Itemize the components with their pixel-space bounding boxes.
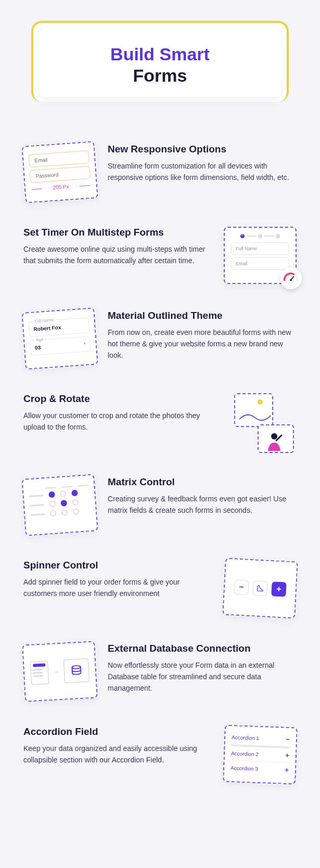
svg-point-2 (271, 433, 277, 439)
svg-point-3 (72, 665, 81, 668)
feature-title: Accordion Field (23, 726, 212, 737)
landscape-photo-icon (234, 393, 273, 427)
database-window-icon (63, 658, 90, 682)
feature-title: Matrix Control (108, 476, 297, 488)
step-dot (258, 234, 262, 238)
crop-illustration (224, 393, 297, 450)
form-icon (30, 660, 49, 684)
age-outlined-field: Age 03 ▾ (30, 336, 91, 356)
stepper (231, 234, 289, 238)
radio-off-icon (72, 499, 79, 506)
feature-desc: Add spinner field to your order forms & … (23, 576, 212, 600)
feature-database: → External Database Connection Now effor… (23, 643, 297, 700)
feature-matrix: Matrix Control Creating survey & feedbac… (23, 476, 297, 534)
feature-timer: Full Name Email Set Timer On Multistep F… (23, 227, 297, 284)
feature-title: New Responsive Options (108, 144, 297, 155)
spinner-illustration: − + (222, 558, 298, 618)
feature-desc: Allow your customer to crop and rotate t… (23, 410, 212, 433)
shoe-icon (252, 580, 267, 595)
feature-title: Set Timer On Multistep Forms (23, 227, 212, 238)
password-field-mock: Password (30, 166, 91, 183)
accordion-row: Accordion 3+ (228, 760, 291, 776)
title-line-1: Build Smart (110, 44, 210, 64)
radio-on-icon (60, 500, 67, 507)
plus-icon: + (271, 581, 286, 597)
feature-title: External Database Connection (108, 643, 297, 654)
accordion-row: Accordion 1− (229, 730, 292, 747)
accordion-illustration: Accordion 1− Accordion 2+ Accordion 3+ (223, 724, 298, 784)
step-dot (276, 234, 280, 238)
fullname-outlined-field: Full Name Robert Fox (29, 317, 90, 337)
feature-title: Crop & Rotate (23, 393, 212, 405)
feature-accordion: Accordion 1− Accordion 2+ Accordion 3+ A… (23, 726, 297, 783)
email-field-mock: Email (231, 257, 289, 270)
timer-gauge-icon (280, 267, 302, 289)
arrow-right-icon: → (52, 667, 60, 676)
fullname-field-mock: Full Name (231, 242, 289, 255)
header-card: Build Smart Forms (31, 21, 289, 102)
responsive-illustration: Email Password 205 Px (21, 141, 98, 203)
features-list: Email Password 205 Px New Responsive Opt… (0, 102, 320, 830)
radio-off-icon (61, 509, 68, 516)
minus-icon: − (286, 735, 290, 743)
feature-material: Full Name Robert Fox Age 03 ▾ Material O… (23, 310, 297, 367)
database-illustration: → (22, 641, 98, 702)
plus-icon: + (285, 766, 289, 773)
accordion-row: Accordion 2+ (229, 746, 292, 763)
matrix-illustration (21, 474, 98, 536)
svg-line-1 (291, 276, 293, 280)
radio-off-icon (50, 510, 57, 516)
feature-desc: Now effortlessly store your Form data in… (108, 659, 297, 694)
timer-illustration: Full Name Email (224, 227, 297, 284)
feature-desc: Keep your data organized and easily acce… (23, 743, 212, 766)
title-line-2: Forms (133, 66, 187, 85)
feature-spinner: − + Spinner Control Add spinner field to… (23, 560, 297, 617)
step-complete-icon (240, 234, 245, 238)
feature-crop: Crop & Rotate Allow your customer to cro… (23, 393, 297, 450)
feature-desc: Streamline form customization for all de… (108, 160, 297, 184)
page-title: Build Smart Forms (44, 44, 276, 86)
feature-title: Material Outlined Theme (108, 310, 297, 321)
dimension-label: 205 Px (31, 182, 91, 191)
feature-responsive: Email Password 205 Px New Responsive Opt… (23, 144, 297, 201)
feature-desc: Create awesome online quiz using multi-s… (23, 243, 212, 267)
email-field-mock: Email (28, 150, 89, 167)
radio-off-icon (73, 508, 80, 515)
material-illustration: Full Name Robert Fox Age 03 ▾ (21, 307, 98, 369)
feature-title: Spinner Control (23, 560, 212, 571)
radio-off-icon (60, 490, 67, 497)
chevron-down-icon: ▾ (83, 341, 86, 345)
feature-desc: Creating survey & feedback forms even go… (108, 493, 297, 516)
radio-off-icon (49, 500, 56, 507)
person-photo-icon (258, 424, 294, 453)
feature-desc: From now on, create even more beautiful … (108, 327, 297, 361)
plus-icon: + (285, 751, 289, 759)
radio-on-icon (71, 489, 78, 496)
minus-icon: − (234, 579, 249, 594)
radio-on-icon (48, 491, 55, 498)
